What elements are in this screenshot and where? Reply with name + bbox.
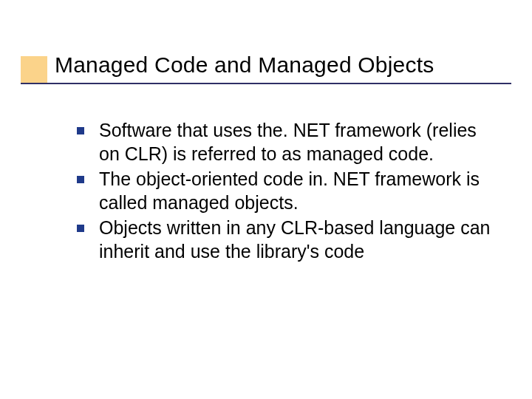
slide-body: Software that uses the. NET framework (r… bbox=[77, 118, 498, 265]
bullet-text: Software that uses the. NET framework (r… bbox=[99, 118, 498, 166]
bullet-text: Objects written in any CLR-based languag… bbox=[99, 216, 498, 263]
title-accent-block bbox=[21, 56, 47, 83]
list-item: Objects written in any CLR-based languag… bbox=[77, 216, 498, 263]
slide: Managed Code and Managed Objects Softwar… bbox=[0, 0, 532, 399]
list-item: The object-oriented code in. NET framewo… bbox=[77, 167, 498, 214]
slide-title: Managed Code and Managed Objects bbox=[55, 52, 513, 78]
title-underline bbox=[21, 83, 511, 84]
square-bullet-icon bbox=[77, 176, 84, 183]
square-bullet-icon bbox=[77, 225, 84, 232]
list-item: Software that uses the. NET framework (r… bbox=[77, 118, 498, 166]
bullet-text: The object-oriented code in. NET framewo… bbox=[99, 167, 498, 214]
square-bullet-icon bbox=[77, 127, 84, 134]
